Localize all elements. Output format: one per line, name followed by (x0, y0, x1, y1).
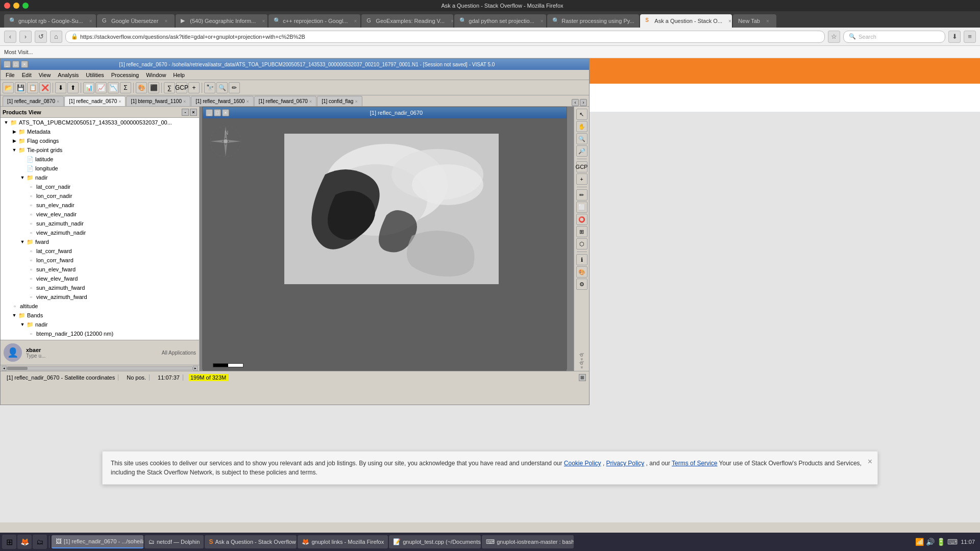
hscroll-track[interactable] (7, 366, 193, 370)
back-button[interactable]: ‹ (4, 31, 16, 43)
right-tool-select[interactable]: ↖ (576, 109, 587, 120)
tab-geoexamples[interactable]: G GeoExamples: Reading V... × (361, 14, 453, 28)
toolbar-save-btn[interactable]: 💾 (15, 82, 26, 93)
taskbar-clock[interactable]: 11:07 (961, 539, 975, 545)
tab7-close-icon[interactable]: × (639, 17, 640, 24)
menu-help[interactable]: Help (170, 71, 188, 79)
tree-item-btemp-nadir-1200[interactable]: ▫ btemp_nadir_1200 (12000 nm) (1, 329, 199, 338)
visat-tab-reflec-0870[interactable]: [1] reflec_nadir_0870 × (3, 96, 64, 106)
toolbar-zoom-btn[interactable]: 🔍 (216, 82, 228, 93)
tab-new[interactable]: New Tab × (733, 14, 776, 28)
right-tool-plus2[interactable]: + (576, 173, 587, 185)
hscroll-thumb[interactable] (7, 367, 28, 370)
tab-gnuplot-rgb[interactable]: 🔍 gnuplot rgb - Google-Su... × (4, 14, 96, 28)
menu-analysis[interactable]: Analysis (55, 71, 82, 79)
right-tool-pan[interactable]: ✋ (576, 121, 587, 132)
maximize-button[interactable] (22, 3, 29, 9)
toolbar-nav-btn[interactable]: 🔭 (204, 82, 215, 93)
network-icon[interactable]: 📶 (915, 538, 924, 546)
close-button[interactable] (4, 3, 10, 9)
tree-item-lon-corr-fward[interactable]: ▫ lon_corr_fward (1, 256, 199, 265)
tree-item-bands[interactable]: ▼ 📁 Bands (1, 311, 199, 320)
tab6-close-icon[interactable]: × (538, 17, 546, 24)
right-panel-collapse-text2[interactable]: lp » (579, 361, 584, 369)
tree-item-lon-corr-nadir[interactable]: ▫ lon_corr_nadir (1, 191, 199, 201)
image-viewer-content[interactable]: N (203, 118, 567, 371)
tree-item-metadata[interactable]: ▶ 📁 Metadata (1, 127, 199, 136)
toolbar-draw-btn[interactable]: ✏ (229, 82, 240, 93)
tab5-close-icon[interactable]: × (449, 17, 453, 24)
tab-nav-left[interactable]: ‹ (572, 99, 579, 106)
cookie-close-button[interactable]: × (868, 456, 872, 468)
visat-tab-confid[interactable]: [1] confid_flag × (317, 96, 362, 106)
tab-raster-processing[interactable]: 🔍 Raster processing using Py... × (547, 14, 639, 28)
menu-utilities[interactable]: Utilities (83, 71, 107, 79)
tree-item-view-azimuth-nadir[interactable]: ▫ view_azimuth_nadir (1, 228, 199, 237)
cookie-link-policy[interactable]: Cookie Policy (564, 460, 601, 467)
tree-item-tiepointgrids[interactable]: ▼ 📁 Tie-point grids (1, 145, 199, 155)
tab9-close-icon[interactable]: × (764, 17, 771, 24)
tree-item-view-azimuth-fward[interactable]: ▫ view_azimuth_fward (1, 292, 199, 302)
taskbar-window-visat[interactable]: 🖼 [1] reflec_nadir_0670 - .../soheila... (52, 535, 143, 548)
right-tool-draw2[interactable]: ⬜ (576, 202, 587, 213)
right-tool-gcp[interactable]: GCP (576, 161, 587, 172)
tree-item-sun-azimuth-fward[interactable]: ▫ sun_azimuth_fward (1, 283, 199, 292)
toolbar-save-as-btn[interactable]: 📋 (27, 82, 38, 93)
menu-window[interactable]: Window (143, 71, 169, 79)
tree-item-lat-corr-nadir[interactable]: ▫ lat_corr_nadir (1, 182, 199, 191)
tree-item-nadir-tp[interactable]: ▼ 📁 nadir (1, 173, 199, 182)
toolbar-gcp-btn[interactable]: GCP (176, 82, 187, 93)
tab-cxx-reprojection[interactable]: 🔍 c++ reprojection - Googl... × (268, 14, 360, 28)
hscroll-right-btn[interactable]: ▸ (193, 366, 198, 371)
tree-item-sun-elev-nadir[interactable]: ▫ sun_elev_nadir (1, 201, 199, 210)
visat-tab0-close-icon[interactable]: × (57, 99, 59, 104)
tree-item-sun-elev-fward[interactable]: ▫ sun_elev_fward (1, 265, 199, 274)
menu-processing[interactable]: Processing (108, 71, 142, 79)
tab4-close-icon[interactable]: × (352, 17, 359, 24)
bookmark-most-visit[interactable]: Most Visit... (4, 49, 33, 55)
tab-geographic[interactable]: ▶ (540) Geographic Inform... × (176, 14, 267, 28)
url-input[interactable]: 🔒 https://stackoverflow.com/questions/as… (65, 31, 825, 43)
menu-edit[interactable]: Edit (19, 71, 35, 79)
volume-icon[interactable]: 🔊 (926, 538, 935, 546)
toolbar-open-btn[interactable]: 📂 (3, 82, 14, 93)
visat-tab2-close-icon[interactable]: × (183, 99, 186, 104)
tab-nav-right[interactable]: › (580, 99, 587, 106)
visat-close-button[interactable]: × (21, 61, 28, 68)
toolbar-stat-btn[interactable]: Σ (120, 82, 131, 93)
tab-ask-question[interactable]: S Ask a Question - Stack O... × (640, 14, 732, 28)
products-panel-close[interactable]: × (190, 109, 197, 116)
iv-maximize-btn[interactable]: □ (214, 109, 221, 116)
forward-button[interactable]: › (19, 31, 32, 43)
cookie-link-tos[interactable]: Terms of Service (672, 460, 717, 467)
taskbar-apps-icon[interactable]: ⊞ (2, 535, 16, 549)
tab1-close-icon[interactable]: × (87, 17, 94, 24)
menu-view[interactable]: View (36, 71, 54, 79)
tree-item-flagcodings[interactable]: ▶ 📁 Flag codings (1, 136, 199, 145)
right-tool-draw4[interactable]: ⊞ (576, 226, 587, 237)
hscroll-left-btn[interactable]: ◂ (2, 366, 7, 371)
visat-tab3-close-icon[interactable]: × (246, 99, 249, 104)
menu-file[interactable]: File (3, 71, 18, 79)
toolbar-mask-btn[interactable]: ⬛ (148, 82, 159, 93)
right-panel-collapse-text[interactable]: lp » (579, 353, 584, 361)
toolbar-plus-btn[interactable]: + (188, 82, 200, 93)
statusbar-icon[interactable]: ⊞ (579, 374, 586, 381)
taskbar-dolphin-icon[interactable]: 🗂 (33, 535, 47, 549)
tab-google-translate[interactable]: G Google Übersetzer × (97, 14, 175, 28)
toolbar-profile-btn[interactable]: 📉 (108, 82, 119, 93)
visat-minimize-button[interactable]: _ (4, 61, 11, 68)
home-button[interactable]: ⌂ (50, 31, 62, 43)
tree-item-view-elev-nadir[interactable]: ▫ view_elev_nadir (1, 210, 199, 219)
taskbar-window-bash[interactable]: ⌨ gnuplot-iostream-master : bash - ... (482, 535, 574, 548)
right-tool-draw1[interactable]: ✏ (576, 189, 587, 201)
toolbar-import-btn[interactable]: ⬇ (55, 82, 66, 93)
products-panel-minimize[interactable]: - (182, 109, 189, 116)
right-tool-color[interactable]: 🎨 (576, 266, 587, 278)
reload-button[interactable]: ↺ (35, 31, 47, 43)
tree-item-view-elev-fward[interactable]: ▫ view_elev_fward (1, 274, 199, 283)
visat-tab-reflec-fward-0670[interactable]: [1] reflec_fward_0670 × (254, 96, 316, 106)
tab2-close-icon[interactable]: × (162, 17, 169, 24)
menu-button[interactable]: ≡ (964, 31, 976, 43)
visat-maximize-button[interactable]: □ (12, 61, 19, 68)
